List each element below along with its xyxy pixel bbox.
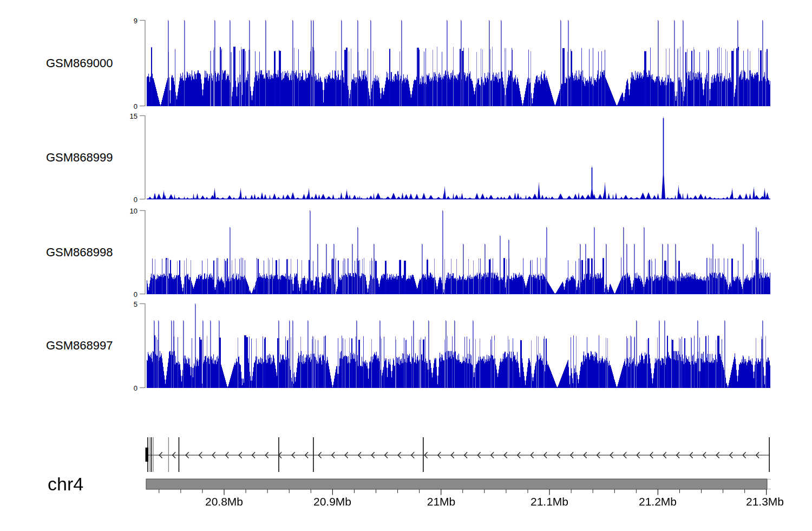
axis-label-21mb: 21Mb xyxy=(427,495,456,508)
coverage-canvas-gsm868997 xyxy=(147,303,770,388)
track-label-gsm868997: GSM868997 xyxy=(46,339,113,353)
ymin-label-track1: 0 xyxy=(134,102,137,111)
ymax-label-track3: 10 xyxy=(130,207,137,215)
axis-label-21-1mb: 21.1Mb xyxy=(531,495,568,508)
axis-label-20-8mb: 20.8Mb xyxy=(205,495,243,508)
axis-label-21-2mb: 21.2Mb xyxy=(639,495,677,508)
ymin-label-track4: 0 xyxy=(134,384,137,392)
ymax-label-track4: 5 xyxy=(134,300,137,308)
ymin-label-track3: 0 xyxy=(134,290,137,299)
ymax-label-track2: 15 xyxy=(130,112,137,120)
genome-coverage-figure: GSM869000 GSM868999 GSM868998 GSM868997 … xyxy=(0,0,812,531)
track-label-gsm868998: GSM868998 xyxy=(46,245,113,260)
coverage-canvas-gsm868998 xyxy=(147,210,770,294)
ymin-label-track2: 0 xyxy=(134,196,137,204)
track-label-gsm868999: GSM868999 xyxy=(46,151,113,165)
track-label-gsm869000: GSM869000 xyxy=(46,56,113,70)
axis-label-21-3mb: 21.3Mb xyxy=(746,495,784,508)
axis-label-20-9mb: 20.9Mb xyxy=(313,495,351,508)
coverage-canvas-gsm868999 xyxy=(147,115,770,199)
chromosome-label: chr4 xyxy=(48,474,83,495)
ymax-label-track1: 9 xyxy=(134,17,137,25)
coverage-canvas-gsm869000 xyxy=(147,20,770,106)
